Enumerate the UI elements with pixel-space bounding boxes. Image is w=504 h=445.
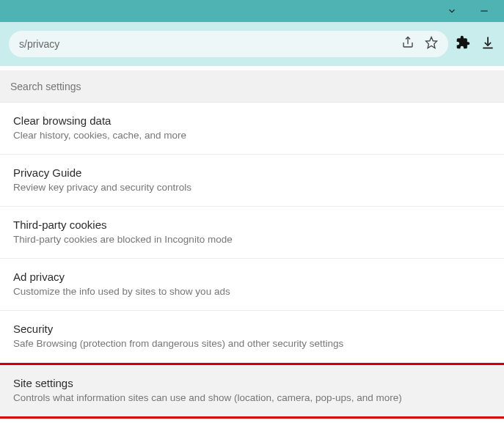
item-site-settings[interactable]: Site settings Controls what information … bbox=[0, 363, 504, 419]
search-input[interactable] bbox=[10, 81, 494, 92]
share-icon[interactable] bbox=[401, 36, 414, 52]
item-third-party-cookies[interactable]: Third-party cookies Third-party cookies … bbox=[0, 207, 504, 259]
item-desc: Review key privacy and security controls bbox=[13, 182, 491, 193]
settings-list: Clear browsing data Clear history, cooki… bbox=[0, 103, 504, 419]
item-desc: Third-party cookies are blocked in Incog… bbox=[13, 234, 491, 245]
star-icon[interactable] bbox=[425, 36, 438, 52]
search-settings-bar[interactable] bbox=[0, 70, 504, 103]
window-titlebar bbox=[0, 0, 504, 22]
item-title: Clear browsing data bbox=[13, 114, 491, 127]
chevron-down-icon[interactable] bbox=[447, 6, 457, 16]
browser-toolbar: s/privacy bbox=[0, 22, 504, 66]
item-privacy-guide[interactable]: Privacy Guide Review key privacy and sec… bbox=[0, 155, 504, 207]
download-icon[interactable] bbox=[481, 35, 495, 53]
address-bar[interactable]: s/privacy bbox=[9, 31, 448, 57]
item-clear-browsing-data[interactable]: Clear browsing data Clear history, cooki… bbox=[0, 103, 504, 155]
item-title: Security bbox=[13, 323, 491, 335]
extensions-icon[interactable] bbox=[456, 35, 470, 53]
minimize-icon[interactable] bbox=[479, 6, 489, 16]
svg-marker-2 bbox=[426, 37, 437, 48]
item-title: Ad privacy bbox=[13, 271, 491, 283]
item-title: Third-party cookies bbox=[13, 218, 491, 231]
url-action-icons bbox=[401, 36, 438, 52]
item-title: Site settings bbox=[13, 377, 491, 389]
toolbar-right bbox=[456, 35, 495, 53]
item-desc: Customize the info used by sites to show… bbox=[13, 286, 491, 297]
item-desc: Controls what information sites can use … bbox=[13, 392, 491, 403]
url-text: s/privacy bbox=[19, 38, 59, 50]
item-title: Privacy Guide bbox=[13, 166, 491, 179]
item-desc: Clear history, cookies, cache, and more bbox=[13, 130, 491, 141]
search-section bbox=[0, 66, 504, 103]
item-ad-privacy[interactable]: Ad privacy Customize the info used by si… bbox=[0, 259, 504, 311]
item-security[interactable]: Security Safe Browsing (protection from … bbox=[0, 311, 504, 363]
item-desc: Safe Browsing (protection from dangerous… bbox=[13, 338, 491, 349]
